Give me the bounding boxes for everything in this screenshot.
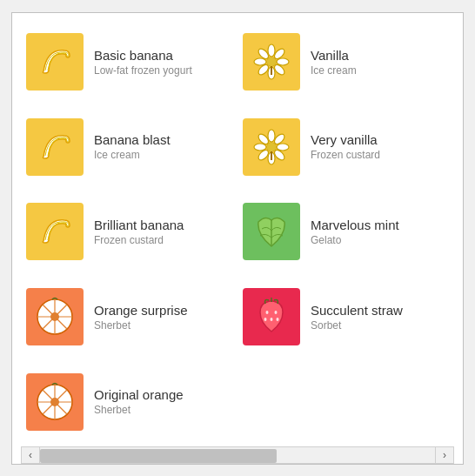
- svg-point-31: [264, 318, 267, 321]
- svg-point-27: [50, 312, 59, 321]
- item-sub: Sorbet: [311, 319, 403, 332]
- svg-point-1: [268, 44, 275, 57]
- item-sub: Frozen custard: [311, 149, 380, 161]
- item-icon-box: [243, 203, 300, 260]
- item-name: Vanilla: [311, 48, 357, 63]
- item-text: Succulent strawSorbet: [311, 303, 403, 332]
- item-icon-box: [243, 288, 300, 345]
- list-item[interactable]: Very vanillaFrozen custard: [238, 106, 454, 188]
- svg-point-28: [266, 311, 269, 314]
- list-item[interactable]: Banana blastIce cream: [21, 106, 238, 188]
- list-item[interactable]: Brilliant bananaFrozen custard: [21, 191, 238, 273]
- scroll-thumb: [40, 449, 277, 463]
- svg-point-20: [267, 143, 276, 151]
- item-name: Banana blast: [94, 132, 171, 147]
- main-container: Basic bananaLow-fat frozen yogurt Vanill…: [11, 12, 464, 465]
- item-sub: Ice cream: [311, 64, 357, 77]
- item-sub: Sherbet: [94, 404, 184, 416]
- item-name: Brilliant banana: [94, 218, 184, 232]
- item-sub: Frozen custard: [94, 234, 184, 246]
- item-icon-box: [26, 373, 84, 431]
- item-name: Original orange: [94, 387, 184, 402]
- item-name: Marvelous mint: [311, 218, 399, 232]
- item-icon-box: [26, 118, 84, 176]
- item-icon-box: [243, 33, 300, 91]
- item-text: Brilliant bananaFrozen custard: [94, 218, 184, 246]
- item-text: Banana blastIce cream: [94, 132, 171, 161]
- list-item[interactable]: Orange surpriseSherbet: [21, 276, 238, 358]
- svg-point-18: [254, 144, 266, 151]
- scroll-track[interactable]: [40, 446, 435, 464]
- svg-point-7: [254, 58, 266, 65]
- scroll-left-arrow[interactable]: ‹: [21, 446, 40, 464]
- svg-point-38: [50, 398, 59, 406]
- item-text: Marvelous mintGelato: [311, 218, 399, 246]
- svg-point-9: [267, 57, 276, 66]
- list-item[interactable]: Succulent strawSorbet: [238, 276, 454, 358]
- svg-point-32: [277, 318, 279, 321]
- item-text: Original orangeSherbet: [94, 387, 184, 416]
- scroll-right-arrow[interactable]: ›: [435, 446, 454, 464]
- scrollbar: ‹ ›: [21, 446, 454, 464]
- list-item[interactable]: Basic bananaLow-fat frozen yogurt: [21, 22, 238, 104]
- list-item[interactable]: Original orangeSherbet: [21, 361, 238, 443]
- item-sub: Ice cream: [94, 149, 171, 161]
- item-sub: Gelato: [311, 234, 399, 246]
- item-name: Orange surprise: [94, 303, 188, 318]
- list-item[interactable]: Marvelous mintGelato: [238, 191, 454, 273]
- item-name: Very vanilla: [311, 132, 380, 147]
- item-icon-box: [26, 33, 84, 91]
- list-item[interactable]: VanillaIce cream: [238, 22, 454, 104]
- svg-point-30: [271, 318, 273, 321]
- item-grid: Basic bananaLow-fat frozen yogurt Vanill…: [21, 22, 454, 443]
- item-text: VanillaIce cream: [311, 48, 357, 77]
- svg-point-14: [277, 144, 289, 151]
- item-name: Succulent straw: [311, 303, 403, 318]
- item-sub: Sherbet: [94, 319, 188, 332]
- item-icon-box: [26, 288, 84, 345]
- item-text: Orange surpriseSherbet: [94, 303, 188, 332]
- svg-point-3: [277, 58, 289, 65]
- item-name: Basic banana: [94, 48, 192, 63]
- item-text: Very vanillaFrozen custard: [311, 132, 380, 161]
- svg-point-29: [275, 311, 278, 314]
- item-icon-box: [26, 203, 84, 260]
- item-text: Basic bananaLow-fat frozen yogurt: [94, 48, 192, 77]
- svg-point-12: [268, 130, 275, 142]
- item-icon-box: [243, 118, 300, 176]
- item-sub: Low-fat frozen yogurt: [94, 64, 192, 77]
